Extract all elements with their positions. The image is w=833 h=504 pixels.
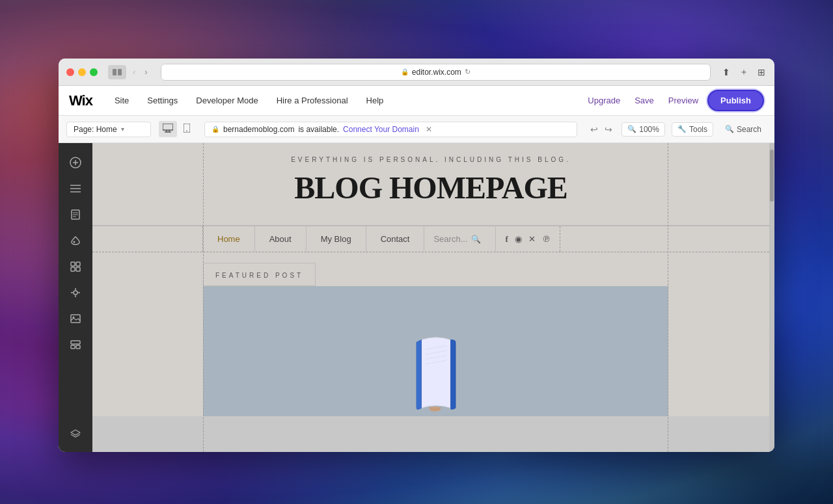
minimize-button[interactable] [78, 68, 86, 76]
search-label: Search [737, 125, 761, 134]
facebook-icon[interactable]: f [505, 234, 508, 245]
featured-image [203, 286, 668, 416]
domain-availability: is available. [298, 125, 339, 134]
lock-icon: 🔒 [401, 68, 409, 75]
address-text: editor.wix.com [412, 68, 461, 77]
svg-rect-0 [113, 69, 116, 75]
nav-home[interactable]: Home [203, 226, 255, 252]
svg-rect-1 [118, 69, 122, 75]
page-name: Page: Home [74, 125, 117, 134]
instagram-icon[interactable]: ◉ [515, 234, 522, 244]
zoom-control[interactable]: 🔍 100% [621, 122, 665, 137]
svg-rect-19 [71, 262, 75, 266]
zoom-icon: 🔍 [627, 125, 636, 133]
tabs-icon[interactable]: ⊞ [756, 66, 767, 79]
pinterest-icon[interactable]: ℗ [542, 234, 551, 245]
media-button[interactable] [64, 307, 87, 330]
menu-help[interactable]: Help [357, 86, 393, 116]
close-button[interactable] [66, 68, 74, 76]
twitter-icon[interactable]: ✕ [528, 234, 536, 244]
browser-actions: ⬆ ＋ ⊞ [721, 65, 767, 79]
featured-section: FEATURED POST [92, 252, 769, 416]
upgrade-link[interactable]: Upgrade [582, 96, 625, 105]
domain-lock-icon: 🔒 [212, 126, 219, 133]
layers-button[interactable] [64, 422, 87, 445]
svg-rect-20 [76, 262, 80, 266]
left-sidebar [59, 143, 92, 452]
new-tab-icon[interactable]: ＋ [738, 65, 750, 79]
back-button[interactable]: ‹ [130, 66, 138, 78]
nav-search-box[interactable]: Search... 🔍 [424, 226, 496, 252]
menu-right: Upgrade Save Preview Publish [582, 90, 764, 111]
design-button[interactable] [64, 229, 87, 252]
sidebar-toggle[interactable] [108, 65, 126, 79]
hero-subtitle: EVERYTHING IS PERSONAL. INCLUDING THIS B… [92, 156, 769, 163]
nav-social: f ◉ ✕ ℗ [496, 226, 560, 252]
menu-developer-mode[interactable]: Developer Mode [187, 86, 267, 116]
hero-title: BLOG HOMEPAGE [92, 170, 769, 206]
nav-myblog[interactable]: My Blog [307, 226, 366, 252]
nav-contact[interactable]: Contact [366, 226, 425, 252]
wix-menubar: Wix Site Settings Developer Mode Hire a … [59, 86, 774, 116]
refresh-icon[interactable]: ↻ [465, 68, 471, 76]
add-element-button[interactable] [64, 151, 87, 174]
menu-items: Site Settings Developer Mode Hire a Prof… [105, 86, 582, 116]
traffic-lights [66, 68, 98, 76]
publish-button[interactable]: Publish [707, 90, 764, 111]
editor-layout: EVERYTHING IS PERSONAL. INCLUDING THIS B… [59, 143, 774, 452]
desktop-view-button[interactable] [159, 121, 177, 137]
undo-redo-group: ↩ ↪ [588, 123, 615, 136]
browser-chrome: ‹ › 🔒 editor.wix.com ↻ ⬆ ＋ ⊞ [59, 59, 774, 86]
sections-button[interactable] [64, 177, 87, 200]
canvas-area: EVERYTHING IS PERSONAL. INCLUDING THIS B… [92, 143, 769, 452]
featured-label: FEATURED POST [215, 272, 303, 279]
domain-bar-close[interactable]: ✕ [426, 125, 432, 134]
save-button[interactable]: Save [629, 96, 659, 105]
domain-name: bernademoblog.com [223, 125, 294, 134]
book-illustration [407, 325, 465, 416]
zoom-level: 100% [639, 125, 659, 134]
pages-button[interactable] [64, 203, 87, 226]
wix-logo: Wix [69, 92, 92, 109]
svg-point-18 [74, 241, 75, 243]
svg-rect-2 [163, 124, 173, 130]
svg-rect-21 [71, 267, 75, 271]
svg-rect-32 [76, 345, 80, 349]
editor-toolbar: Page: Home ▾ 🔒 bernademoblog.c [59, 116, 774, 143]
mobile-view-button[interactable] [180, 121, 194, 137]
scrollbar[interactable] [769, 143, 774, 452]
nav-search-icon: 🔍 [471, 235, 481, 244]
browser-controls: ‹ › [108, 65, 150, 79]
widgets-button[interactable] [64, 281, 87, 304]
hero-section: EVERYTHING IS PERSONAL. INCLUDING THIS B… [92, 143, 769, 226]
connect-domain-link[interactable]: Connect Your Domain [343, 125, 419, 134]
search-button[interactable]: 🔍 Search [720, 123, 767, 136]
svg-rect-28 [71, 315, 80, 323]
tools-icon: 🔧 [677, 125, 687, 133]
undo-button[interactable]: ↩ [588, 123, 601, 136]
site-navigation: Home About My Blog Contact Search... 🔍 f… [92, 226, 769, 252]
share-icon[interactable]: ⬆ [721, 66, 731, 79]
redo-button[interactable]: ↪ [602, 123, 615, 136]
menu-site[interactable]: Site [105, 86, 138, 116]
browser-window: ‹ › 🔒 editor.wix.com ↻ ⬆ ＋ ⊞ Wix Site Se… [59, 59, 774, 452]
nav-search-text: Search... [433, 234, 467, 244]
page-selector[interactable]: Page: Home ▾ [66, 122, 151, 137]
svg-rect-22 [76, 267, 80, 271]
tools-button[interactable]: 🔧 Tools [672, 122, 713, 137]
maximize-button[interactable] [90, 68, 98, 76]
menu-hire[interactable]: Hire a Professional [267, 86, 357, 116]
chevron-down-icon: ▾ [121, 126, 124, 133]
svg-rect-31 [71, 345, 75, 349]
scrollbar-thumb[interactable] [770, 150, 774, 202]
svg-rect-30 [71, 341, 80, 344]
nav-about[interactable]: About [255, 226, 307, 252]
search-icon: 🔍 [725, 125, 734, 133]
domain-bar: 🔒 bernademoblog.com is available. Connec… [204, 122, 577, 137]
grid-button[interactable] [64, 333, 87, 356]
preview-button[interactable]: Preview [663, 96, 703, 105]
menu-settings[interactable]: Settings [138, 86, 187, 116]
forward-button[interactable]: › [142, 66, 150, 78]
apps-button[interactable] [64, 255, 87, 278]
address-bar[interactable]: 🔒 editor.wix.com ↻ [161, 64, 711, 81]
